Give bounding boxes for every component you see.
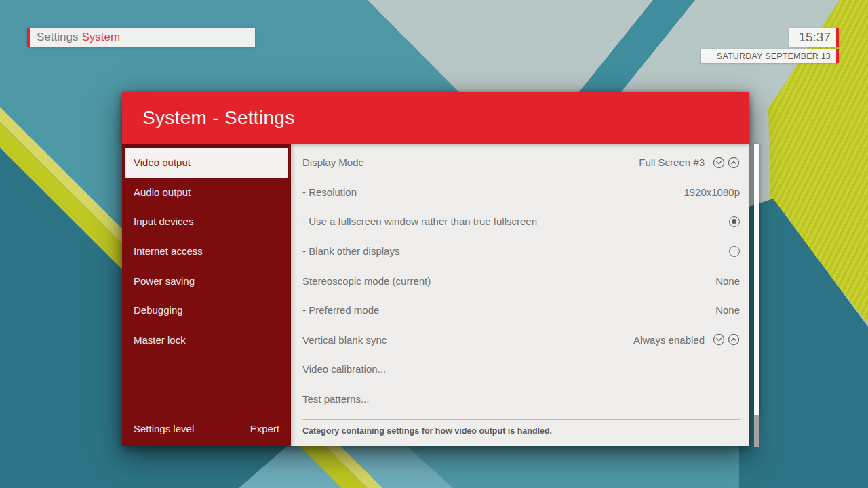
- sidebar-item-label: Debugging: [134, 304, 183, 316]
- settings-dialog: System - Settings Video outputAudio outp…: [122, 92, 749, 446]
- setting-label: Stereoscopic mode (current): [302, 275, 715, 287]
- setting-row-video-calibration[interactable]: Video calibration...: [291, 354, 749, 384]
- value-spinner: [713, 333, 740, 346]
- setting-row-use-a-fullscreen-window-rather-than-true-fullscreen[interactable]: - Use a fullscreen window rather than tr…: [291, 207, 749, 237]
- radio-icon[interactable]: [729, 216, 740, 227]
- setting-row-resolution[interactable]: - Resolution1920x1080p: [291, 178, 749, 207]
- setting-value: None: [715, 304, 740, 316]
- settings-panel: Display ModeFull Screen #3- Resolution19…: [291, 144, 749, 446]
- setting-value: 1920x1080p: [684, 186, 740, 198]
- clock-time: 15:37: [789, 28, 839, 47]
- setting-label: Display Mode: [302, 157, 639, 168]
- sidebar-item-label: Audio output: [134, 186, 191, 198]
- category-list: Video outputAudio outputInput devicesInt…: [122, 148, 291, 354]
- chevron-up-circle-icon[interactable]: [728, 333, 740, 346]
- scrollbar-track[interactable]: [754, 415, 760, 447]
- setting-row-display-mode[interactable]: Display ModeFull Screen #3: [291, 148, 749, 178]
- clock-date: SATURDAY SEPTEMBER 13: [701, 49, 839, 63]
- dialog-header: System - Settings: [122, 92, 749, 144]
- breadcrumb-section: Settings: [37, 30, 78, 44]
- setting-label: - Blank other displays: [302, 245, 721, 257]
- category-sidebar: Video outputAudio outputInput devicesInt…: [122, 144, 291, 446]
- sidebar-item-master-lock[interactable]: Master lock: [122, 325, 291, 355]
- setting-label: Video calibration...: [302, 363, 740, 375]
- setting-label: Vertical blank sync: [302, 334, 633, 346]
- setting-row-vertical-blank-sync[interactable]: Vertical blank syncAlways enabled: [291, 325, 749, 355]
- time-label: 15:37: [798, 30, 831, 45]
- chevron-up-circle-icon[interactable]: [728, 157, 740, 169]
- setting-label: Test patterns...: [302, 393, 740, 405]
- panel-scrollbar[interactable]: [754, 144, 760, 447]
- breadcrumb-page: System: [81, 30, 120, 44]
- settings-list: Display ModeFull Screen #3- Resolution19…: [291, 148, 749, 413]
- kodi-settings-screen: Settings System 15:37 SATURDAY SEPTEMBER…: [0, 0, 868, 488]
- dialog-title: System - Settings: [142, 107, 295, 129]
- dialog-body: Video outputAudio outputInput devicesInt…: [122, 144, 749, 446]
- settings-level-value: Expert: [250, 423, 279, 434]
- settings-level-label: Settings level: [134, 423, 194, 434]
- setting-label: - Preferred mode: [302, 304, 715, 316]
- sidebar-item-label: Master lock: [134, 334, 186, 346]
- scrollbar-thumb[interactable]: [754, 144, 760, 415]
- setting-label: - Resolution: [302, 186, 684, 198]
- setting-label: - Use a fullscreen window rather than tr…: [302, 216, 721, 227]
- sidebar-item-debugging[interactable]: Debugging: [122, 296, 291, 325]
- value-spinner: [713, 157, 740, 169]
- setting-row-preferred-mode[interactable]: - Preferred modeNone: [291, 296, 749, 325]
- sidebar-item-power-saving[interactable]: Power saving: [122, 266, 291, 296]
- sidebar-item-audio-output[interactable]: Audio output: [122, 178, 291, 207]
- setting-value: None: [715, 275, 740, 287]
- setting-row-stereoscopic-mode-current[interactable]: Stereoscopic mode (current)None: [291, 266, 749, 296]
- setting-description: Category containing settings for how vid…: [291, 420, 749, 436]
- chevron-down-circle-icon[interactable]: [713, 333, 725, 346]
- date-label: SATURDAY SEPTEMBER 13: [717, 52, 831, 61]
- setting-value: Always enabled: [633, 334, 705, 346]
- breadcrumb: Settings System: [27, 28, 255, 47]
- sidebar-item-label: Video output: [134, 157, 191, 168]
- sidebar-item-label: Input devices: [134, 216, 193, 227]
- chevron-down-circle-icon[interactable]: [713, 157, 725, 169]
- sidebar-item-label: Power saving: [134, 275, 195, 287]
- settings-level-row[interactable]: Settings level Expert: [122, 413, 291, 443]
- radio-icon[interactable]: [729, 246, 740, 257]
- sidebar-item-video-output[interactable]: Video output: [125, 148, 288, 178]
- sidebar-item-internet-access[interactable]: Internet access: [122, 237, 291, 266]
- setting-row-test-patterns[interactable]: Test patterns...: [291, 384, 749, 414]
- setting-row-blank-other-displays[interactable]: - Blank other displays: [291, 237, 749, 266]
- sidebar-item-label: Internet access: [134, 245, 203, 257]
- setting-value: Full Screen #3: [639, 157, 705, 168]
- sidebar-item-input-devices[interactable]: Input devices: [122, 207, 291, 237]
